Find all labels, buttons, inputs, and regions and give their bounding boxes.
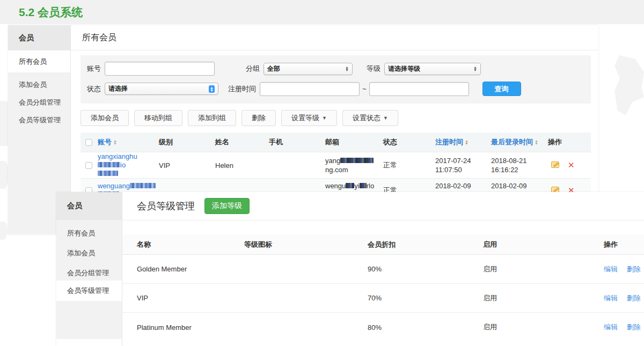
move-to-group-button[interactable]: 移动到组 — [134, 110, 182, 126]
add-level-button[interactable]: 添加等级 — [204, 198, 250, 214]
regtime-start-input[interactable] — [260, 82, 360, 96]
sidebar-item-member-levels[interactable]: 会员等级管理 — [56, 281, 122, 301]
level-cell: VIP — [159, 161, 215, 170]
sidebar-header: 会员 — [8, 25, 70, 50]
select-stepper-icon: ▲▼ — [345, 66, 349, 71]
redacted-pixels — [98, 162, 120, 167]
discount-cell: 70% — [368, 294, 483, 302]
col-header-name: 名称 — [137, 240, 244, 249]
world-map-watermark — [0, 222, 8, 240]
sort-header-lastlogin[interactable]: 最后登录时间 ▲▼ — [491, 137, 548, 147]
redacted-pixels — [98, 171, 118, 176]
page-title: 5.2 会员系统 — [19, 5, 83, 20]
member-levels-panel: 会员 所有会员 添加会员 会员分组管理 会员等级管理 会员等级管理 添加等级 名… — [56, 192, 644, 346]
email-cell: yang ng.com — [325, 156, 383, 174]
edit-link[interactable]: 编辑 — [604, 265, 618, 273]
col-header-enabled: 启用 — [483, 240, 604, 249]
regtime-label: 注册时间 — [228, 84, 256, 94]
sidebar-item-add-member[interactable]: 添加会员 — [56, 243, 122, 263]
status-select[interactable]: 请选择 ▲▼ — [105, 83, 218, 95]
level-row: Platinum Member 80% 启用 编辑 删除 — [122, 313, 644, 342]
sort-icon: ▲▼ — [535, 139, 538, 145]
account-input[interactable] — [105, 62, 215, 76]
sort-header-regtime[interactable]: 注册时间 ▲▼ — [435, 137, 491, 147]
sidebar-header: 会员 — [56, 192, 122, 220]
regtime-cell: 2017-07-24 11:07:50 — [435, 156, 491, 174]
sidebar-item-all-members[interactable]: 所有会员 — [56, 223, 122, 243]
edit-note-icon[interactable] — [551, 161, 561, 170]
discount-cell: 80% — [368, 323, 483, 332]
level-select[interactable]: 请选择等级 ▲▼ — [384, 63, 481, 75]
regtime-end-input[interactable] — [369, 82, 469, 96]
tilde-separator: ~ — [362, 85, 367, 93]
search-filter-box: 账号 分组 全部 ▲▼ 等级 请选择等级 ▲▼ 状态 请选择 ▲▼ — [80, 55, 591, 104]
sidebar-item-add-member[interactable]: 添加会员 — [8, 76, 70, 93]
world-map-watermark — [614, 55, 644, 115]
level-name-cell: VIP — [137, 294, 244, 302]
content-header: 所有会员 — [71, 25, 598, 50]
status-label: 状态 — [87, 84, 101, 94]
add-member-button[interactable]: 添加会员 — [80, 110, 129, 126]
delete-link[interactable]: 删除 — [627, 265, 641, 273]
delete-x-icon[interactable]: ✕ — [568, 160, 575, 170]
enabled-cell: 启用 — [483, 322, 604, 332]
redacted-pixels — [360, 183, 367, 188]
sidebar-item-group: 所有会员 添加会员 会员分组管理 — [56, 220, 122, 281]
world-map-watermark — [0, 161, 9, 189]
sort-icon: ▲▼ — [113, 139, 117, 145]
level-name-cell: Platinum Member — [137, 323, 244, 332]
name-cell: Helen — [215, 161, 269, 170]
discount-cell: 90% — [368, 265, 483, 273]
sidebar-item-all-members[interactable]: 所有会员 — [8, 50, 70, 72]
member-row: yangxianghuio VIP Helen yang ng.com 正常 2… — [80, 152, 591, 178]
sidebar-filler — [56, 301, 122, 339]
operations-cell: 编辑 删除 — [604, 293, 644, 303]
select-stepper-icon: ▲▼ — [473, 66, 477, 71]
col-header-operations: 操作 — [548, 137, 591, 147]
operations-cell: ✕ — [548, 160, 591, 170]
sidebar-item-member-groups[interactable]: 会员分组管理 — [8, 93, 70, 111]
col-header-status: 状态 — [383, 137, 435, 147]
redacted-pixels — [340, 158, 374, 163]
col-header-email: 邮箱 — [325, 137, 383, 147]
sidebar: 会员 所有会员 添加会员 会员分组管理 会员等级管理 — [56, 192, 122, 346]
redacted-pixels — [130, 183, 156, 188]
group-select[interactable]: 全部 ▲▼ — [264, 63, 353, 75]
col-header-name: 姓名 — [215, 137, 269, 147]
edit-link[interactable]: 编辑 — [604, 294, 618, 302]
delete-link[interactable]: 删除 — [627, 323, 641, 331]
delete-link[interactable]: 删除 — [627, 294, 641, 302]
members-table-header: 账号 ▲▼ 级别 姓名 手机 邮箱 状态 注册时间 ▲▼ 最后登录时间 ▲▼ 操… — [80, 132, 591, 152]
select-all-checkbox[interactable] — [85, 139, 92, 146]
col-header-discount: 会员折扣 — [368, 240, 483, 249]
levels-table-header: 名称 等级图标 会员折扣 启用 操作 — [122, 234, 644, 255]
edit-link[interactable]: 编辑 — [604, 323, 618, 331]
account-label: 账号 — [87, 64, 101, 73]
set-status-dropdown-button[interactable]: 设置状态 ▼ — [342, 110, 398, 126]
col-header-icon: 等级图标 — [244, 240, 368, 249]
operations-cell: 编辑 删除 — [604, 322, 644, 332]
bulk-actions-toolbar: 添加会员 移动到组 添加到组 删除 设置等级 ▼ 设置状态 ▼ — [80, 110, 598, 126]
sidebar-item-member-groups[interactable]: 会员分组管理 — [56, 263, 122, 283]
level-label: 等级 — [367, 64, 380, 73]
redacted-pixels — [346, 183, 354, 188]
add-to-group-button[interactable]: 添加到组 — [188, 110, 236, 126]
sidebar-item-member-levels[interactable]: 会员等级管理 — [8, 111, 70, 129]
chevron-down-icon: ▼ — [383, 115, 388, 121]
main-content: 会员等级管理 添加等级 名称 等级图标 会员折扣 启用 操作 Golden Me… — [122, 192, 644, 346]
sort-header-account[interactable]: 账号 ▲▼ — [98, 137, 159, 147]
col-header-phone: 手机 — [269, 137, 325, 147]
query-button[interactable]: 查询 — [482, 82, 521, 96]
levels-table: 名称 等级图标 会员折扣 启用 操作 Golden Member 90% 启用 … — [122, 234, 644, 342]
select-stepper-icon: ▲▼ — [209, 85, 215, 93]
level-row: Golden Member 90% 启用 编辑 删除 — [122, 255, 644, 284]
enabled-cell: 启用 — [483, 264, 604, 274]
row-checkbox[interactable] — [85, 162, 92, 169]
status-cell: 正常 — [383, 160, 435, 170]
sort-icon: ▲▼ — [465, 139, 469, 145]
delete-button[interactable]: 删除 — [241, 110, 276, 126]
set-level-dropdown-button[interactable]: 设置等级 ▼ — [281, 110, 337, 126]
account-link[interactable]: yangxianghuio — [98, 152, 159, 178]
group-label: 分组 — [246, 64, 260, 73]
lastlogin-cell: 2018-08-21 16:16:22 — [491, 156, 548, 174]
